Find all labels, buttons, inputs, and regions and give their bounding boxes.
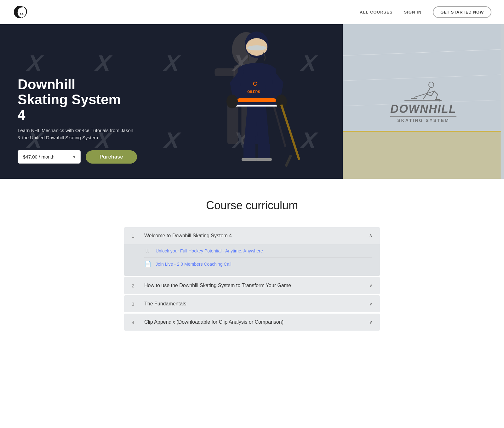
section-title: Clip Appendix (Downloadable for Clip Ana… — [144, 319, 363, 325]
price-selector[interactable]: $47.00 / month ▾ — [18, 150, 81, 164]
svg-rect-3 — [227, 103, 238, 144]
svg-rect-5 — [215, 68, 235, 76]
section-row: 1Welcome to Downhill Skating System 4∨▶⃝… — [124, 227, 380, 276]
document-icon: 📄 — [144, 261, 151, 268]
svg-rect-4 — [242, 103, 253, 144]
svg-point-1 — [232, 32, 261, 67]
svg-rect-26 — [343, 131, 501, 132]
section-number: 3 — [132, 301, 138, 307]
chevron-down-icon: ∨ — [369, 301, 372, 306]
svg-point-8 — [245, 32, 269, 58]
svg-text:OILERS: OILERS — [247, 90, 260, 94]
section-items: ▶⃝Unlock your Full Hockey Potential - An… — [124, 244, 380, 276]
chevron-down-icon: ∨ — [369, 233, 372, 238]
svg-point-15 — [276, 95, 287, 108]
hero-section: XXXXX XXXXX — [0, 24, 504, 179]
hero-subtitle: Learn NHL Mechanics with On-Ice Tutorial… — [18, 127, 137, 141]
section-number: 1 — [132, 233, 138, 239]
svg-point-14 — [226, 95, 238, 108]
svg-point-10 — [247, 45, 266, 50]
section-number: 4 — [132, 320, 138, 325]
hero-title: Downhill Skating System 4 — [18, 77, 125, 123]
svg-rect-13 — [236, 105, 277, 107]
svg-rect-12 — [236, 98, 277, 102]
logo-divider — [390, 116, 456, 117]
list-item: ▶⃝Unlock your Full Hockey Potential - An… — [144, 244, 372, 257]
sign-in-link[interactable]: Sign In — [404, 10, 421, 14]
video-icon: ▶⃝ — [144, 247, 151, 254]
section-row: 2How to use the Downhill Skating System … — [124, 277, 380, 294]
curriculum-title: Course curriculum — [124, 199, 380, 212]
section-header[interactable]: 1Welcome to Downhill Skating System 4∨ — [124, 227, 380, 244]
skater-logo-icon — [404, 80, 442, 102]
curriculum-section: Course curriculum 1Welcome to Downhill S… — [117, 179, 387, 356]
list-item: 📄Join Live - 2.0 Members Coaching Call — [144, 257, 372, 271]
svg-point-30 — [429, 82, 434, 88]
section-title: The Fundamentals — [144, 301, 363, 307]
chevron-down-icon: ∨ — [369, 320, 372, 325]
hero-right-panel: DOWNHILL SKATING SYSTEM — [343, 24, 504, 179]
svg-rect-2 — [234, 65, 259, 103]
svg-text:C: C — [253, 81, 257, 87]
section-header[interactable]: 3The Fundamentals∨ — [124, 295, 380, 312]
section-row: 3The Fundamentals∨ — [124, 295, 380, 312]
item-label[interactable]: Join Live - 2.0 Members Coaching Call — [156, 262, 231, 267]
price-value: $47.00 / month — [23, 154, 54, 159]
hero-actions: $47.00 / month ▾ Purchase — [18, 150, 325, 164]
logo-icon: 2.0 — [13, 4, 28, 20]
section-title: Welcome to Downhill Skating System 4 — [144, 233, 363, 239]
svg-point-11 — [248, 77, 266, 97]
get-started-button[interactable]: Get Started Now — [433, 6, 491, 18]
downhill-logo: DOWNHILL SKATING SYSTEM — [390, 80, 456, 123]
svg-marker-36 — [439, 100, 442, 101]
section-number: 2 — [132, 283, 138, 288]
navbar: 2.0 All Courses Sign In Get Started Now — [0, 0, 504, 24]
svg-text:2.0: 2.0 — [20, 13, 23, 16]
logo[interactable]: 2.0 — [13, 4, 28, 20]
svg-line-33 — [414, 91, 434, 97]
section-header[interactable]: 2How to use the Downhill Skating System … — [124, 277, 380, 294]
svg-line-7 — [265, 75, 286, 147]
svg-rect-25 — [343, 131, 501, 179]
svg-point-9 — [246, 38, 267, 56]
chevron-down-icon: ▾ — [73, 154, 75, 159]
hero-left-panel: XXXXX XXXXX — [0, 24, 343, 179]
item-label[interactable]: Unlock your Full Hockey Potential - Anyt… — [156, 248, 263, 253]
curriculum-list: 1Welcome to Downhill Skating System 4∨▶⃝… — [124, 227, 380, 331]
logo-text-bottom: SKATING SYSTEM — [390, 118, 456, 123]
section-title: How to use the Downhill Skating System t… — [144, 283, 363, 288]
all-courses-link[interactable]: All Courses — [360, 10, 392, 14]
chevron-down-icon: ∨ — [369, 283, 372, 288]
nav-links: All Courses Sign In Get Started Now — [360, 6, 491, 18]
purchase-button[interactable]: Purchase — [86, 150, 137, 164]
logo-text-top: DOWNHILL — [390, 103, 456, 115]
section-header[interactable]: 4Clip Appendix (Downloadable for Clip An… — [124, 314, 380, 331]
section-row: 4Clip Appendix (Downloadable for Clip An… — [124, 314, 380, 331]
svg-rect-6 — [248, 68, 268, 76]
